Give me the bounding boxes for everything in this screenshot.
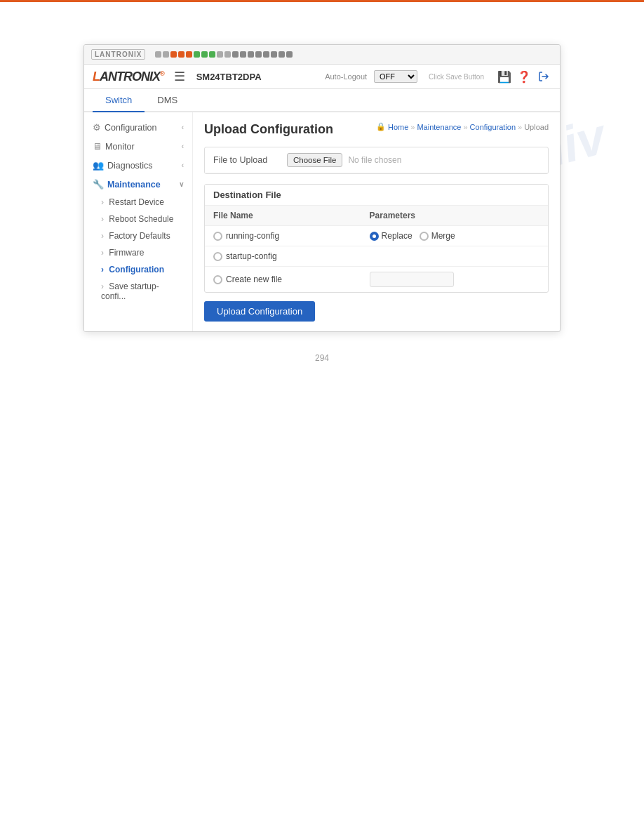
logout-icon[interactable] [536,69,551,84]
maintenance-icon: 🔧 [93,179,104,190]
col-filename: File Name [205,206,361,226]
radio-unchecked-new [213,275,222,284]
replace-label: Replace [382,231,412,241]
table-row: Create new file [205,267,548,293]
destination-section: Destination File File Name Parameters [204,184,549,293]
radio-startup-config[interactable]: startup-config [213,251,353,261]
monitor-icon: 🖥 [93,141,102,152]
destination-header: Destination File [205,185,548,206]
running-config-label: running-config [226,231,279,241]
radio-new-file[interactable]: Create new file [213,274,353,284]
sidebar-item-maintenance[interactable]: 🔧 Maintenance ∨ [84,175,192,194]
filename-running: running-config [205,226,361,246]
port-diagram [155,51,293,58]
replace-radio-checked [370,232,379,241]
params-running-cell: Replace Merge [370,231,539,241]
sidebar-subitem-firmware[interactable]: › Firmware [84,244,192,261]
sidebar-restart-label: Restart Device [109,197,164,207]
sidebar-item-configuration[interactable]: ⚙ Configuration ‹ [84,118,192,137]
file-upload-row: File to Upload Choose File No file chose… [205,147,548,173]
chevron-icon: ‹ [182,161,184,169]
switch-topbar: LANTRONIX [84,45,560,65]
device-name: SM24TBT2DPA [196,72,262,82]
tab-dms[interactable]: DMS [145,89,190,112]
page-title: Upload Configuration [204,122,333,137]
breadcrumb-home[interactable]: Home [388,123,408,131]
content-header: Upload Configuration 🔒 Home » Maintenanc… [204,122,549,137]
merge-label: Merge [431,231,455,241]
sidebar-diagnostics-label: Diagnostics [107,161,153,171]
auto-logout-label: Auto-Logout [325,72,367,81]
sidebar-subitem-save[interactable]: › Save startup-confi... [84,278,192,305]
page-number: 294 [42,353,602,363]
params-running: Replace Merge [361,226,548,246]
save-icon[interactable]: 💾 [497,69,512,84]
merge-option[interactable]: Merge [420,231,455,241]
table-row: running-config Replace [205,226,548,246]
table-row: startup-config [205,246,548,267]
sidebar-item-monitor[interactable]: 🖥 Monitor ‹ [84,137,192,156]
chevron-icon: ‹ [182,143,184,150]
sidebar-subitem-reboot[interactable]: › Reboot Schedule [84,211,192,227]
main-header: LANTRONIX® ☰ SM24TBT2DPA Auto-Logout OFF… [84,65,560,89]
radio-running-config[interactable]: running-config [213,231,353,241]
filename-startup: startup-config [205,246,361,267]
params-new [361,267,548,293]
sidebar-factory-label: Factory Defaults [109,231,170,241]
auto-logout-select[interactable]: OFF 5 min 10 min [374,70,417,83]
breadcrumb-configuration[interactable]: Configuration [470,123,516,131]
sidebar-maintenance-label: Maintenance [107,180,161,190]
choose-file-button[interactable]: Choose File [287,153,342,167]
chevron-down-icon: ∨ [179,180,184,188]
lantronix-logo: LANTRONIX® [93,70,164,84]
replace-option[interactable]: Replace [370,231,412,241]
breadcrumb-sep3: » [518,123,522,131]
new-file-label: Create new file [226,274,282,284]
help-icon[interactable]: ❓ [516,69,532,84]
no-file-text: No file chosen [348,155,401,165]
params-startup [361,246,548,267]
sidebar-monitor-label: Monitor [105,142,135,152]
click-save-label: Click Save Button [429,73,484,81]
sidebar-configuration-label: Configuration [105,123,156,133]
radio-unchecked-running [213,232,222,241]
file-upload-label: File to Upload [213,155,280,165]
breadcrumb-upload: Upload [524,123,549,131]
diagnostics-icon: 👥 [93,160,104,171]
breadcrumb-sep2: » [463,123,467,131]
file-upload-section: File to Upload Choose File No file chose… [204,147,549,174]
breadcrumb-maintenance[interactable]: Maintenance [417,123,461,131]
breadcrumb-home-icon: 🔒 [376,122,386,131]
configuration-icon: ⚙ [93,122,101,133]
file-input-group: Choose File No file chosen [287,153,539,167]
sidebar: ⚙ Configuration ‹ 🖥 Monitor ‹ 👥 Diagnost… [84,112,193,331]
sidebar-config-label: Configuration [109,265,164,274]
new-file-input[interactable] [370,272,454,287]
upload-configuration-button[interactable]: Upload Configuration [204,301,315,322]
sidebar-subitem-config[interactable]: › Configuration [84,261,192,278]
main-content: Upload Configuration 🔒 Home » Maintenanc… [193,112,560,331]
breadcrumb: 🔒 Home » Maintenance » Configuration » U… [376,122,549,131]
destination-table: File Name Parameters running-config [205,206,548,292]
breadcrumb-sep1: » [410,123,415,131]
chevron-icon: ‹ [182,124,184,131]
startup-config-label: startup-config [226,251,277,261]
sidebar-save-label: Save startup-confi... [101,282,159,301]
radio-unchecked-startup [213,252,222,261]
header-icons: 💾 ❓ [497,69,551,84]
topbar-logo: LANTRONIX [91,49,145,60]
ui-container: LANTRONIX LANTRONIX® ☰ SM24TBT2DPA Auto-… [83,44,561,332]
sidebar-firmware-label: Firmware [109,248,144,258]
col-parameters: Parameters [361,206,548,226]
hamburger-icon[interactable]: ☰ [174,69,185,84]
sidebar-reboot-label: Reboot Schedule [109,214,173,224]
main-body: ⚙ Configuration ‹ 🖥 Monitor ‹ 👥 Diagnost… [84,112,560,331]
sidebar-subitem-restart[interactable]: › Restart Device [84,194,192,211]
tab-bar: Switch DMS [84,89,560,112]
tab-switch[interactable]: Switch [93,89,145,112]
sidebar-subitem-factory[interactable]: › Factory Defaults [84,227,192,244]
filename-new: Create new file [205,267,361,293]
sidebar-item-diagnostics[interactable]: 👥 Diagnostics ‹ [84,156,192,175]
merge-radio-unchecked [420,232,429,241]
